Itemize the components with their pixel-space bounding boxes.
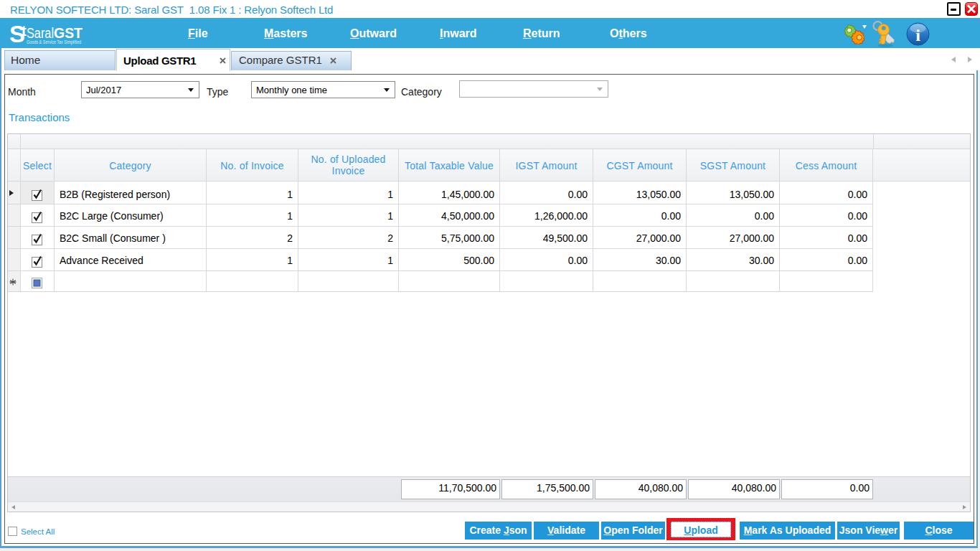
svg-text:t: t (22, 23, 27, 39)
svg-text:i: i (915, 26, 920, 44)
svg-text:Goods & Service Tax Simplified: Goods & Service Tax Simplified (27, 39, 81, 45)
